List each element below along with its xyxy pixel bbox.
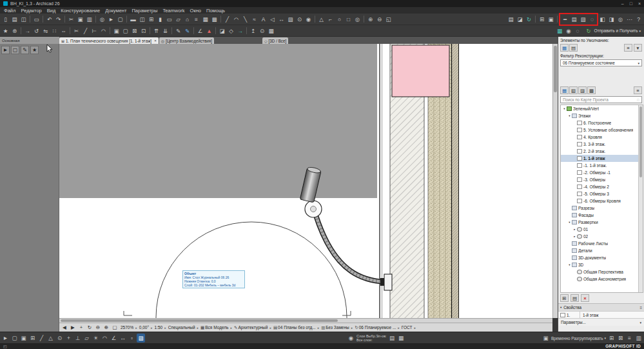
- slab-tool-icon[interactable]: ▱: [174, 15, 182, 24]
- gravity-icon[interactable]: ⊥: [73, 334, 82, 343]
- lamp-tool-icon[interactable]: ◉: [304, 15, 313, 24]
- panels-icon[interactable]: ▥: [634, 334, 643, 343]
- print-icon[interactable]: ▭: [32, 15, 41, 24]
- document-tab[interactable]: ◎ [Центр Взаимодействия]: [159, 37, 214, 44]
- current-story-row[interactable]: 1. 1-й этаж: [558, 311, 644, 318]
- tree-item[interactable]: 3D-документы: [561, 254, 643, 261]
- markup-tools-icon[interactable]: ▲: [205, 26, 213, 35]
- tree-item[interactable]: ▸ 02: [561, 233, 643, 240]
- tree-item[interactable]: ▾ Развертки: [561, 219, 643, 226]
- menu-item[interactable]: Параметры: [129, 8, 160, 14]
- dimension-tool-icon[interactable]: ↔: [277, 15, 286, 24]
- pickup-parameters-icon[interactable]: ✎: [174, 26, 182, 35]
- close-button[interactable]: ×: [638, 1, 641, 6]
- zoom-percent-field[interactable]: 2570%: [119, 324, 135, 332]
- minimize-button[interactable]: –: [621, 1, 624, 6]
- tree-item[interactable]: ▾ Зеленый/Vert: [561, 105, 643, 112]
- view-map-icon[interactable]: ▧: [569, 86, 578, 94]
- layout-book-icon[interactable]: ▨: [578, 86, 587, 94]
- tree-item[interactable]: 3. 3-й этаж.: [561, 141, 643, 148]
- forward-icon[interactable]: ▶: [69, 324, 77, 332]
- marquee-tool-icon[interactable]: ▢: [11, 46, 19, 54]
- favorites-icon[interactable]: ★: [30, 46, 39, 54]
- group-toggle-icon[interactable]: ⊞: [607, 334, 616, 343]
- arc-by-points-icon[interactable]: ◠: [101, 334, 109, 343]
- expand-arrow-icon[interactable]: ▸: [572, 235, 577, 238]
- element-highlight-icon[interactable]: ▨: [137, 334, 145, 343]
- tree-item[interactable]: 5. Условные обозначения: [561, 126, 643, 134]
- pickup-parameters-icon[interactable]: ✎: [21, 46, 29, 54]
- shadows-icon[interactable]: ◨: [607, 15, 616, 24]
- unlock-icon[interactable]: ⊡: [139, 26, 148, 35]
- send-receive-button[interactable]: ↻ Отправить и Получить ▾: [582, 26, 643, 35]
- help-icon[interactable]: ?: [634, 15, 643, 24]
- chevron-down-icon[interactable]: ▾: [604, 336, 606, 340]
- zoom-out-icon[interactable]: ⊖: [94, 324, 102, 332]
- tree-item[interactable]: -5. Обмеры 3: [561, 190, 643, 197]
- quick-layers-icon[interactable]: ▤: [507, 15, 515, 24]
- layer-visibility-icon[interactable]: ▦: [397, 334, 405, 343]
- expand-arrow-icon[interactable]: ▾: [567, 263, 572, 266]
- cut-icon[interactable]: ✂: [67, 15, 75, 24]
- snap-grid-icon[interactable]: ⊞: [28, 334, 37, 343]
- renovation-icon[interactable]: ↻: [525, 15, 533, 24]
- menu-item[interactable]: Конструирование: [58, 8, 102, 14]
- wall-tool-icon[interactable]: ▬: [129, 15, 137, 24]
- expand-arrow-icon[interactable]: ▾: [567, 114, 572, 117]
- tree-item[interactable]: Фасады: [561, 212, 643, 219]
- menu-item[interactable]: Окно: [188, 8, 204, 14]
- zoom-in-icon[interactable]: ⊕: [102, 324, 110, 332]
- vectorial-hatching-icon[interactable]: ▨: [579, 15, 587, 24]
- bring-forward-icon[interactable]: ⇈: [152, 26, 161, 35]
- split-icon[interactable]: ╱: [81, 26, 90, 35]
- reserve-elements-icon[interactable]: ◉: [564, 26, 572, 35]
- list-view-icon[interactable]: ≡: [624, 44, 632, 52]
- fit-in-window-icon[interactable]: ▢: [111, 324, 119, 332]
- undo-icon[interactable]: ↶: [45, 15, 54, 24]
- layer-combination-icon[interactable]: ▤ 04 Планы без отд...: [272, 324, 317, 332]
- stair-tool-icon[interactable]: ≡: [192, 15, 200, 24]
- elevation-tool-icon[interactable]: ⌐: [326, 15, 335, 24]
- section-tool-icon[interactable]: △: [317, 15, 326, 24]
- tree-item[interactable]: Детали: [561, 247, 643, 254]
- adjust-icon[interactable]: ⊢: [90, 26, 99, 35]
- horizontal-scrollbar[interactable]: [59, 318, 552, 323]
- spline-tool-icon[interactable]: ≈: [250, 15, 259, 24]
- vertical-scrollbar-thumb[interactable]: [554, 46, 557, 92]
- ungroup-icon[interactable]: ▢: [121, 26, 130, 35]
- autogroup-icon[interactable]: ▣: [547, 15, 555, 24]
- open-file-icon[interactable]: ▤: [10, 15, 19, 24]
- send-backward-icon[interactable]: ⇊: [161, 26, 170, 35]
- expand-arrow-icon[interactable]: ▸: [572, 228, 577, 231]
- copy-icon[interactable]: ▣: [76, 15, 84, 24]
- menu-item[interactable]: Редактор: [18, 8, 44, 14]
- relative-coords-icon[interactable]: ∠: [110, 334, 118, 343]
- sun-icon[interactable]: ☀: [92, 334, 100, 343]
- inject-parameters-icon[interactable]: ✎: [183, 26, 191, 35]
- object-tool-icon[interactable]: ⊙: [295, 15, 304, 24]
- zoom-out-icon[interactable]: ⊖: [375, 15, 384, 24]
- publisher-sets-icon[interactable]: ▩: [587, 86, 596, 94]
- lock-icon[interactable]: ⊠: [130, 26, 139, 35]
- zoom-in-icon[interactable]: ⊕: [366, 15, 375, 24]
- element-settings-icon[interactable]: ▤: [569, 44, 578, 52]
- favorites-icon[interactable]: ★: [1, 26, 10, 35]
- tree-item[interactable]: 4. Кровля: [561, 134, 643, 141]
- guide-lines-icon[interactable]: ╱: [37, 334, 46, 343]
- maximize-button[interactable]: □: [630, 1, 632, 6]
- bold-cut-lines-icon[interactable]: ◌: [588, 15, 596, 24]
- release-elements-icon[interactable]: ◌: [573, 26, 581, 35]
- navigation-preview-icon[interactable]: ◎: [616, 15, 625, 24]
- teamwork-colleagues-icon[interactable]: ▦: [555, 26, 563, 35]
- expand-arrow-icon[interactable]: ▾: [562, 107, 567, 110]
- properties-menu-icon[interactable]: ≡: [639, 306, 642, 310]
- tab-close-icon[interactable]: ×: [153, 39, 157, 43]
- suspend-groups-label[interactable]: Временно Разгруппировать: [551, 336, 603, 341]
- cursor-snap-icon[interactable]: ►: [1, 334, 10, 343]
- menu-item[interactable]: Помощь: [204, 8, 228, 14]
- renovation-filter-select[interactable]: 06 Планируемое состояние ▾: [560, 59, 642, 66]
- menu-item[interactable]: Teamwork: [160, 8, 187, 14]
- dashed-marquee-icon[interactable]: ▫: [128, 334, 136, 343]
- pen-set-icon[interactable]: ✎ Архитектурный: [233, 324, 269, 332]
- explore-model-icon[interactable]: →: [236, 26, 244, 35]
